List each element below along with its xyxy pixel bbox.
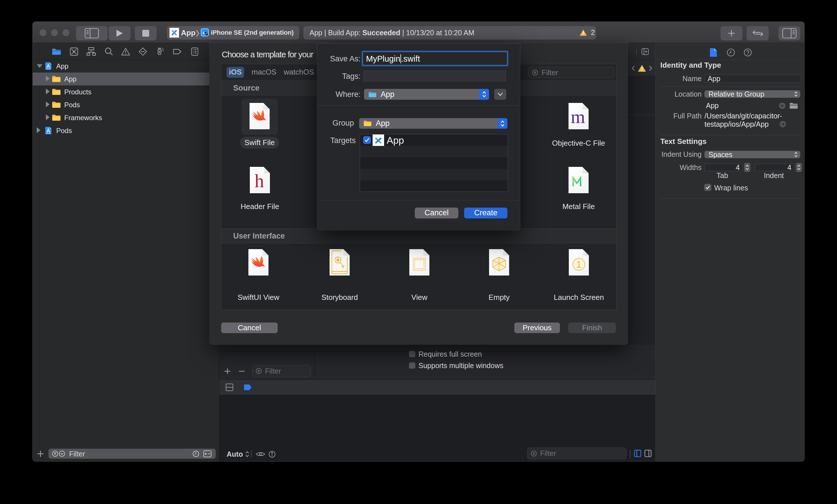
svg-text:h: h xyxy=(255,170,264,191)
svg-text:m: m xyxy=(571,107,585,127)
svg-text:1: 1 xyxy=(576,259,582,270)
